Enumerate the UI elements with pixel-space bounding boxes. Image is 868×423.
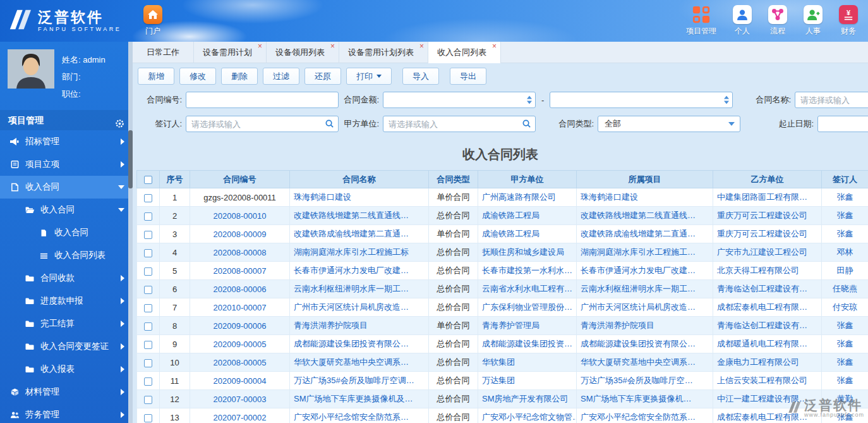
spinner-icon[interactable] [724, 96, 729, 104]
row-checkbox[interactable] [144, 377, 152, 386]
cell-signer[interactable]: 邓林 [837, 247, 853, 257]
row-checkbox[interactable] [144, 212, 152, 221]
cell-party-a[interactable]: 广州高速路有限公司 [482, 192, 556, 202]
toolbar-button-修改[interactable]: 修改 [179, 68, 216, 85]
cell-party-b[interactable]: 青海临达创工程建设有… [717, 321, 807, 330]
cell-code[interactable]: 202009-00005 [214, 340, 267, 349]
cell-party-b[interactable]: 重庆万可云工程建设公司 [717, 211, 807, 220]
nav-finance[interactable]: ¥ 财务 [839, 5, 858, 37]
cell-name[interactable]: 万达广场35#会所及咖啡厅空调… [294, 376, 414, 385]
nav-project-management[interactable]: 项目管理 [686, 5, 716, 37]
cell-code[interactable]: 202009-00006 [214, 321, 267, 331]
cell-signer[interactable]: 张鑫 [837, 211, 853, 220]
toolbar-button-打印[interactable]: 打印 [346, 68, 392, 85]
cell-party-a[interactable]: 云南省水利水电工程有… [482, 284, 572, 293]
cell-signer[interactable]: 任晓燕 [833, 284, 857, 293]
cell-party-a[interactable]: 华软集团 [482, 357, 515, 367]
cell-name[interactable]: 成都能源建设集团投资有限公… [294, 339, 409, 348]
signer-input[interactable] [186, 116, 339, 132]
cell-party-b[interactable]: 金康电力工程有限公司 [717, 357, 799, 367]
cell-project[interactable]: 成都能源建设集团投资有限公… [581, 339, 696, 348]
cell-signer[interactable]: 张鑫 [837, 357, 853, 367]
sidebar-item-合同收款[interactable]: 合同收款 [0, 267, 133, 290]
cell-code[interactable]: 202008-00008 [214, 248, 267, 257]
cell-code[interactable]: 202007-00003 [214, 395, 267, 404]
cell-party-b[interactable]: 中江一建工程建设有限… [717, 394, 807, 403]
contract-name-input[interactable] [795, 92, 868, 108]
cell-signer[interactable]: 张鑫 [837, 321, 853, 330]
cell-name[interactable]: 广安邓小平纪念馆安全防范系… [294, 412, 409, 422]
row-checkbox[interactable] [144, 341, 152, 349]
cell-project[interactable]: SM广场地下车库更换摄像机… [581, 394, 692, 403]
cell-name[interactable]: 改建铁路线增建第二线直通线… [294, 211, 409, 220]
portal-button[interactable]: 门户 [143, 5, 162, 37]
tab-设备需用计划[interactable]: 设备需用计划× [194, 42, 267, 63]
cell-signer[interactable]: 张鑫 [837, 339, 853, 348]
cell-party-a[interactable]: 万达集团 [482, 376, 515, 385]
cell-signer[interactable]: 张鑫 [837, 229, 853, 238]
tab-close-icon[interactable]: × [492, 42, 497, 50]
sidebar-item-收入合同[interactable]: 收入合同 [0, 176, 133, 199]
row-checkbox[interactable] [144, 414, 152, 422]
row-checkbox[interactable] [144, 396, 152, 404]
row-checkbox[interactable] [144, 249, 152, 257]
cell-party-a[interactable]: 成渝铁路工程局 [482, 229, 539, 238]
tab-设备需用计划列表[interactable]: 设备需用计划列表× [339, 42, 428, 63]
toolbar-button-删除[interactable]: 删除 [221, 68, 258, 85]
cell-name[interactable]: 珠海鹤港口建设 [294, 192, 351, 202]
cell-party-b[interactable]: 中建集团路面工程有限… [717, 192, 807, 202]
cell-signer[interactable]: 张鑫 [837, 412, 853, 422]
cell-signer[interactable]: 付安琼 [833, 302, 857, 312]
cell-party-a[interactable]: 青海养护管理局 [482, 321, 539, 330]
contract-type-select[interactable]: 全部 [598, 116, 740, 132]
cell-party-a[interactable]: 成渝铁路工程局 [482, 211, 539, 220]
sidebar-item-进度款申报[interactable]: 进度款申报 [0, 290, 133, 312]
contract-no-input[interactable] [186, 92, 339, 108]
nav-hr[interactable]: 人事 [804, 5, 823, 37]
cell-party-a[interactable]: 广安邓小平纪念馆文物管… [482, 412, 577, 422]
tab-收入合同列表[interactable]: 收入合同列表× [428, 42, 501, 63]
cell-party-a[interactable]: 成都能源建设集团投资… [482, 339, 572, 348]
cell-name[interactable]: 广州市天河区统计局机房改造… [294, 302, 409, 312]
cell-project[interactable]: 广安邓小平纪念馆安全防范系… [581, 412, 696, 422]
search-icon[interactable] [325, 119, 334, 131]
spinner-icon[interactable] [527, 96, 532, 104]
cell-party-a[interactable]: 广东保利物业管理股份… [482, 302, 572, 312]
cell-code[interactable]: 202008-00007 [214, 266, 267, 276]
cell-project[interactable]: 改建铁路线增建第二线直通线… [581, 211, 696, 220]
cell-code[interactable]: 202008-00006 [214, 285, 267, 294]
cell-project[interactable]: 云南水利枢纽潜明水库一期工… [581, 284, 696, 293]
date-range-input[interactable] [817, 116, 868, 132]
cell-party-b[interactable]: 广安市九江建设工程公司 [717, 247, 807, 257]
row-checkbox[interactable] [144, 194, 152, 202]
cell-signer[interactable]: 张鑫 [837, 376, 853, 385]
amount-to-input[interactable] [550, 92, 733, 108]
cell-name[interactable]: 云南水利枢纽潜明水库一期工… [294, 284, 409, 293]
cell-code[interactable]: 202009-00004 [214, 376, 267, 386]
sidebar-item-材料管理[interactable]: 材料管理 [0, 381, 133, 403]
row-checkbox[interactable] [144, 286, 152, 294]
cell-signer[interactable]: 张鑫 [837, 192, 853, 202]
tab-close-icon[interactable]: × [258, 42, 262, 50]
cell-party-b[interactable]: 重庆万可云工程建设公司 [717, 229, 807, 238]
sidebar-item-招标管理[interactable]: 招标管理 [0, 130, 133, 153]
cell-project[interactable]: 广州市天河区统计局机房改造… [581, 302, 696, 312]
toolbar-button-还原[interactable]: 还原 [304, 68, 341, 85]
sidebar-item-劳务管理[interactable]: 劳务管理 [0, 403, 133, 423]
cell-party-b[interactable]: 北京天得工程有限公司 [717, 266, 799, 275]
cell-party-b[interactable]: 成都宏泰机电工程有限… [717, 302, 807, 312]
amount-from-input[interactable] [383, 92, 536, 108]
row-checkbox[interactable] [144, 304, 152, 312]
cell-signer[interactable]: 黄勤 [837, 394, 853, 403]
cell-project[interactable]: 改建铁路成渝线增建第二直通… [581, 229, 696, 238]
cell-project[interactable]: 华软大厦研究基地中央空调系… [581, 357, 696, 367]
tab-close-icon[interactable]: × [419, 42, 424, 50]
cell-code[interactable]: 202010-00007 [214, 303, 267, 312]
tab-close-icon[interactable]: × [330, 42, 335, 50]
row-checkbox[interactable] [144, 231, 152, 239]
nav-process[interactable]: 流程 [768, 5, 787, 37]
cell-party-b[interactable]: 成都暖通机电工程有限… [717, 339, 807, 348]
cell-project[interactable]: 长春市伊通河水力发电厂改建… [581, 266, 696, 275]
sidebar-item-项目立项[interactable]: 项目立项 [0, 153, 133, 176]
scrollbar-thumb[interactable] [128, 130, 133, 188]
